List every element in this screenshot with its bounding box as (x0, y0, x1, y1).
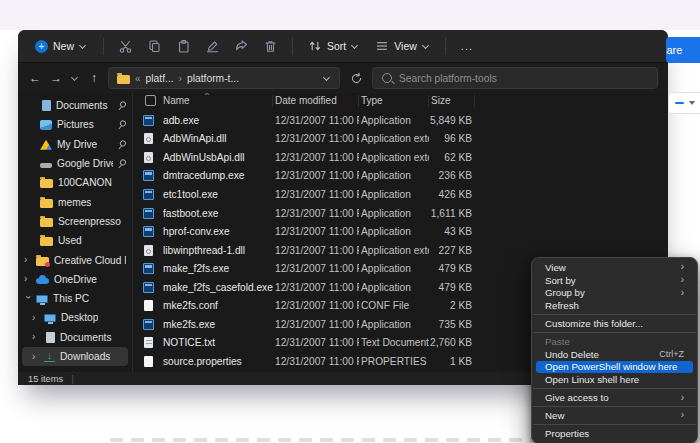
sidebar-item-memes[interactable]: memes (22, 192, 128, 211)
column-header-name[interactable]: ^ Name (161, 95, 273, 107)
breadcrumb-crumb[interactable]: platform-t... (187, 73, 239, 84)
back-button[interactable]: ← (28, 71, 42, 85)
menu-item-view[interactable]: View › (536, 261, 693, 274)
file-type: Application (359, 319, 429, 330)
expand-chevron-icon[interactable]: › (24, 274, 31, 284)
new-label: New (53, 40, 74, 52)
file-type: Application (359, 208, 429, 219)
sidebar-item-onedrive[interactable]: › OneDrive (22, 270, 128, 289)
delete-button[interactable] (256, 33, 285, 59)
menu-item-open-powershell[interactable]: Open PowerShell window here (536, 361, 693, 374)
sidebar-item-google-drive[interactable]: Google Drive (22, 154, 128, 173)
column-header-date[interactable]: Date modified (273, 95, 359, 107)
sidebar-item-label: Google Drive (57, 158, 113, 169)
page-top-strip (0, 0, 700, 30)
menu-item-open-linux-shell[interactable]: Open Linux shell here (536, 373, 693, 386)
forward-icon: → (50, 71, 62, 85)
sidebar-item-desktop[interactable]: › Desktop (22, 308, 128, 327)
folder-icon (117, 75, 130, 84)
menu-item-undo-delete[interactable]: Undo Delete Ctrl+Z (536, 348, 693, 361)
creative-cloud-icon (36, 257, 49, 266)
menu-item-label: Give access to (545, 392, 681, 403)
sort-button[interactable]: Sort (300, 33, 367, 59)
search-input[interactable]: Search platform-tools (372, 67, 658, 89)
forward-button[interactable]: → (49, 71, 63, 85)
column-header-type[interactable]: Type (359, 95, 429, 107)
context-menu: View › Sort by › Group by › Refresh Cust… (531, 257, 698, 443)
sidebar-item-100canon[interactable]: 100CANON (22, 173, 128, 192)
sidebar-item-pictures[interactable]: Pictures (22, 115, 128, 134)
file-type-icon (144, 245, 153, 256)
sidebar-item-documents-pc[interactable]: › Documents (22, 328, 128, 347)
up-button[interactable]: ↑ (87, 71, 101, 85)
minimize-icon (675, 102, 684, 104)
file-row[interactable]: AdbWinApi.dll 12/31/2007 11:00 PM Applic… (135, 130, 668, 149)
file-type: Application exten... (359, 133, 429, 144)
sidebar-item-documents[interactable]: Documents (22, 96, 128, 115)
view-button[interactable]: View (367, 33, 438, 59)
menu-item-group-by[interactable]: Group by › (536, 287, 693, 300)
sidebar-item-this-pc[interactable]: › This PC (22, 289, 128, 308)
sidebar-item-label: Desktop (61, 312, 98, 323)
more-options-button[interactable]: ... (453, 40, 481, 52)
rename-button[interactable] (198, 33, 227, 59)
file-row[interactable]: adb.exe 12/31/2007 11:00 PM Application … (135, 111, 668, 130)
file-date: 12/31/2007 11:00 PM (273, 282, 359, 293)
refresh-button[interactable] (347, 72, 365, 85)
floating-toolbar-fragment[interactable] (668, 92, 700, 114)
back-icon: ← (29, 71, 41, 85)
file-name: make_f2fs.exe (161, 263, 273, 274)
select-all-checkbox[interactable] (135, 95, 161, 107)
new-plus-icon: + (35, 40, 48, 53)
sidebar-item-label: Creative Cloud F (54, 255, 126, 266)
file-row[interactable]: etc1tool.exe 12/31/2007 11:00 PM Applica… (135, 185, 668, 204)
paste-icon (176, 39, 191, 54)
menu-item-label: Properties (545, 428, 684, 439)
file-row[interactable]: AdbWinUsbApi.dll 12/31/2007 11:00 PM App… (135, 148, 668, 167)
sidebar-item-used[interactable]: Used (22, 231, 128, 250)
share-button-toolbar[interactable] (227, 33, 256, 59)
sidebar-item-downloads[interactable]: › Downloads (22, 347, 128, 366)
file-name: fastboot.exe (161, 208, 273, 219)
file-size: 1,611 KB (429, 208, 475, 219)
file-date: 12/31/2007 11:00 PM (273, 133, 359, 144)
expand-chevron-icon[interactable]: › (23, 295, 33, 302)
copy-button[interactable] (140, 33, 169, 59)
toolbar-divider (292, 38, 293, 55)
sidebar-item-my-drive[interactable]: My Drive (22, 135, 128, 154)
breadcrumb-crumb[interactable]: platf... (146, 73, 174, 84)
file-name: AdbWinApi.dll (161, 133, 273, 144)
share-button[interactable]: Share (666, 37, 700, 63)
column-header-size[interactable]: Size (429, 95, 475, 107)
menu-item-sort-by[interactable]: Sort by › (536, 274, 693, 287)
column-headers: ^ Name Date modified Type Size (135, 93, 668, 109)
breadcrumb-overflow[interactable]: « (135, 73, 141, 84)
file-row[interactable]: dmtracedump.exe 12/31/2007 11:00 PM Appl… (135, 167, 668, 186)
file-type-icon (144, 152, 153, 163)
recent-locations-button[interactable] (70, 71, 80, 85)
menu-item-customize-folder[interactable]: Customize this folder... (536, 317, 693, 330)
file-type: PROPERTIES File (359, 356, 429, 367)
cut-button[interactable] (111, 33, 140, 59)
new-button[interactable]: + New (26, 33, 96, 59)
file-type-icon (144, 300, 153, 311)
menu-item-give-access-to[interactable]: Give access to › (536, 391, 693, 404)
breadcrumb[interactable]: « platf... › platform-t... (108, 67, 340, 89)
menu-item-refresh[interactable]: Refresh (536, 299, 693, 312)
expand-chevron-icon[interactable]: › (24, 255, 31, 265)
file-name: source.properties (161, 356, 273, 367)
folder-icon (40, 237, 53, 246)
paste-button[interactable] (169, 33, 198, 59)
file-row[interactable]: hprof-conv.exe 12/31/2007 11:00 PM Appli… (135, 222, 668, 241)
menu-item-new[interactable]: New › (536, 409, 693, 422)
delete-icon (263, 39, 278, 54)
checkbox-icon (145, 95, 156, 106)
menu-item-properties[interactable]: Properties (536, 427, 693, 440)
file-row[interactable]: fastboot.exe 12/31/2007 11:00 PM Applica… (135, 204, 668, 223)
sidebar-item-screenpresso[interactable]: Screenpresso (22, 212, 128, 231)
sidebar-item-creative-cloud[interactable]: › Creative Cloud F (22, 250, 128, 269)
expand-chevron-icon[interactable]: › (32, 313, 39, 323)
expand-chevron-icon[interactable]: › (32, 352, 39, 362)
address-dropdown-icon[interactable] (323, 74, 331, 82)
expand-chevron-icon[interactable]: › (32, 332, 39, 342)
